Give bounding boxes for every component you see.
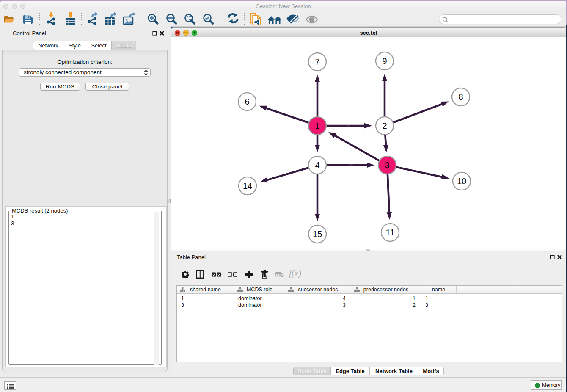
svg-text:4: 4 (315, 160, 319, 170)
svg-text:1: 1 (315, 121, 319, 130)
svg-text:11: 11 (386, 228, 395, 237)
svg-text:6: 6 (245, 97, 249, 106)
svg-text:9: 9 (382, 56, 387, 66)
svg-text:10: 10 (457, 177, 466, 186)
svg-text:8: 8 (458, 92, 463, 102)
svg-text:3: 3 (385, 160, 389, 170)
svg-text:14: 14 (243, 181, 252, 190)
svg-text:7: 7 (315, 57, 319, 66)
svg-text:2: 2 (382, 121, 387, 130)
svg-text:15: 15 (313, 229, 322, 239)
